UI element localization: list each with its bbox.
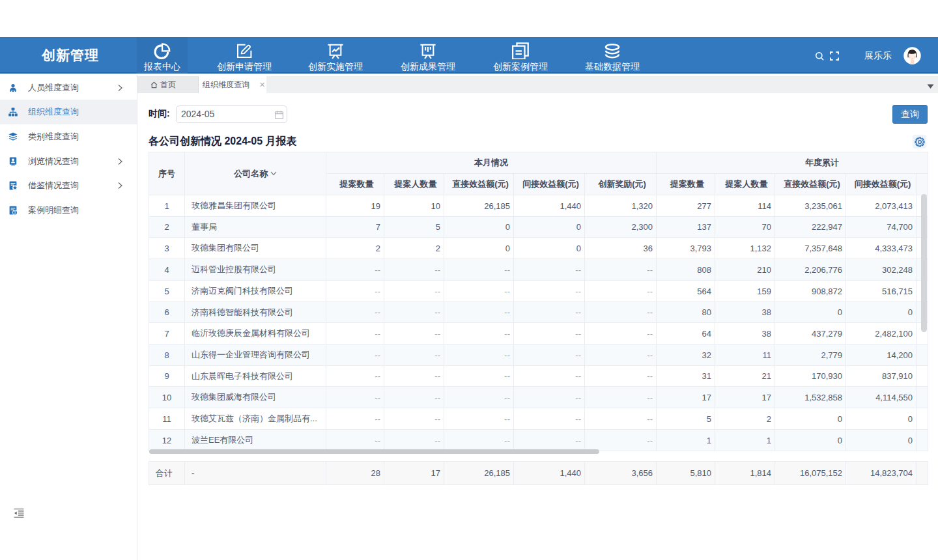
svg-text:1: 1 (14, 210, 16, 214)
